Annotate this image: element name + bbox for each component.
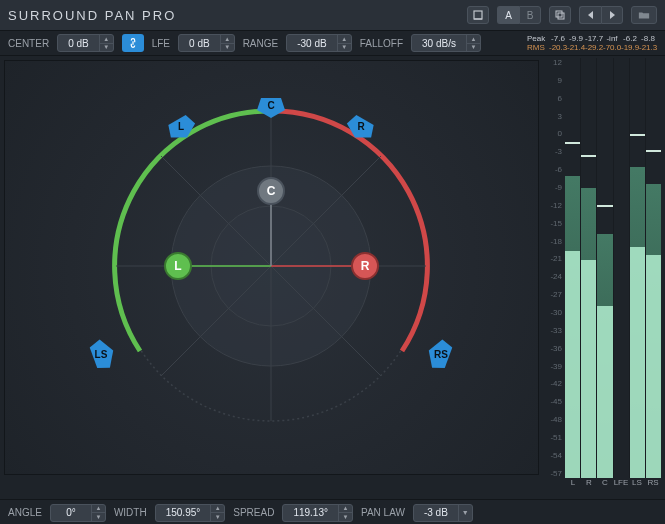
rms-value: -70.0	[603, 43, 621, 52]
peak-value: -17.7	[585, 34, 603, 43]
falloff-spinner[interactable]: 30 dB/s ▲▼	[411, 34, 481, 52]
range-down[interactable]: ▼	[338, 44, 351, 52]
rms-label: RMS	[527, 43, 549, 52]
chevron-down-icon: ▼	[458, 505, 472, 521]
scale-tick: -21	[543, 254, 562, 263]
center-down[interactable]: ▼	[100, 44, 113, 52]
peak-value: -6.2	[621, 34, 639, 43]
prev-preset-button[interactable]	[579, 6, 601, 24]
level-meters: 129630-3-6-9-12-15-18-21-24-27-30-33-36-…	[543, 56, 665, 499]
range-label: RANGE	[243, 38, 279, 49]
ab-compare-group: A B	[497, 6, 541, 24]
falloff-down[interactable]: ▼	[467, 44, 480, 52]
svg-text:C: C	[267, 184, 276, 198]
plugin-title: SURROUND PAN PRO	[8, 8, 459, 23]
panlaw-label: PAN LAW	[361, 507, 405, 518]
rms-value: -19.9	[621, 43, 639, 52]
falloff-label: FALLOFF	[360, 38, 403, 49]
meter-label-l: L	[565, 478, 581, 490]
panlaw-dropdown[interactable]: -3 dB ▼	[413, 504, 473, 522]
range-up[interactable]: ▲	[338, 35, 351, 44]
spread-spinner[interactable]: 119.13° ▲▼	[282, 504, 353, 522]
width-label: WIDTH	[114, 507, 147, 518]
angle-label: ANGLE	[8, 507, 42, 518]
meter-bar-ls	[630, 58, 645, 478]
peak-label: Peak	[527, 34, 549, 43]
rms-value: -21.4	[567, 43, 585, 52]
pan-node-l[interactable]: L	[165, 253, 191, 279]
scale-tick: -39	[543, 362, 562, 371]
meter-label-lfe: LFE	[613, 478, 629, 490]
svg-text:RS: RS	[434, 349, 448, 360]
pan-node-r[interactable]: R	[352, 253, 378, 279]
lfe-label: LFE	[152, 38, 170, 49]
peak-value: -inf	[603, 34, 621, 43]
pan-surface[interactable]: C L R C L	[4, 60, 539, 475]
scale-tick: -51	[543, 433, 562, 442]
meter-bar-l	[565, 58, 580, 478]
lfe-down[interactable]: ▼	[221, 44, 234, 52]
rms-value: -21.3	[639, 43, 657, 52]
range-spinner[interactable]: -30 dB ▲▼	[286, 34, 351, 52]
svg-text:R: R	[357, 121, 365, 132]
scale-tick: -57	[543, 469, 562, 478]
scale-tick: -18	[543, 237, 562, 246]
scale-tick: 9	[543, 76, 562, 85]
peak-value: -8.8	[639, 34, 657, 43]
meter-bar-rs	[646, 58, 661, 478]
svg-text:C: C	[267, 100, 274, 111]
ab-a-button[interactable]: A	[497, 6, 519, 24]
scale-tick: -36	[543, 344, 562, 353]
width-spinner[interactable]: 150.95° ▲▼	[155, 504, 226, 522]
svg-rect-0	[474, 11, 482, 19]
center-spinner[interactable]: 0 dB ▲▼	[57, 34, 114, 52]
ab-b-button[interactable]: B	[519, 6, 541, 24]
scale-tick: 3	[543, 112, 562, 121]
scale-tick: -15	[543, 219, 562, 228]
meter-label-r: R	[581, 478, 597, 490]
next-preset-button[interactable]	[601, 6, 623, 24]
falloff-up[interactable]: ▲	[467, 35, 480, 44]
scale-tick: -42	[543, 379, 562, 388]
meter-label-rs: RS	[645, 478, 661, 490]
scale-tick: -27	[543, 290, 562, 299]
speaker-c[interactable]: C	[257, 98, 285, 118]
lfe-spinner[interactable]: 0 dB ▲▼	[178, 34, 235, 52]
bottom-params-row: ANGLE 0° ▲▼ WIDTH 150.95° ▲▼ SPREAD 119.…	[0, 499, 665, 524]
svg-text:R: R	[361, 259, 370, 273]
peak-value: -7.6	[549, 34, 567, 43]
meter-label-c: C	[597, 478, 613, 490]
meter-scale: 129630-3-6-9-12-15-18-21-24-27-30-33-36-…	[543, 58, 565, 478]
bypass-button[interactable]	[467, 6, 489, 24]
scale-tick: -45	[543, 397, 562, 406]
pan-node-c[interactable]: C	[258, 178, 284, 204]
speaker-ls[interactable]: LS	[88, 336, 118, 371]
meter-channel-labels: LRCLFELSRS	[543, 478, 661, 490]
svg-rect-2	[556, 11, 562, 17]
preset-folder-button[interactable]	[631, 6, 657, 24]
angle-spinner[interactable]: 0° ▲▼	[50, 504, 106, 522]
scale-tick: -54	[543, 451, 562, 460]
rms-value: -20.3	[549, 43, 567, 52]
meter-bar-r	[581, 58, 596, 478]
header-bar: SURROUND PAN PRO A B	[0, 0, 665, 30]
scale-tick: -48	[543, 415, 562, 424]
link-button[interactable]	[122, 34, 144, 52]
svg-rect-3	[558, 13, 564, 19]
scale-tick: 12	[543, 58, 562, 67]
copy-ab-button[interactable]	[549, 6, 571, 24]
meter-bar-lfe	[614, 58, 629, 478]
scale-tick: 6	[543, 94, 562, 103]
peak-value: -9.9	[567, 34, 585, 43]
speaker-rs[interactable]: RS	[424, 336, 454, 372]
meter-label-ls: LS	[629, 478, 645, 490]
scale-tick: -3	[543, 147, 562, 156]
center-label: CENTER	[8, 38, 49, 49]
preset-nav-group	[579, 6, 623, 24]
center-up[interactable]: ▲	[100, 35, 113, 44]
rms-value: -29.2	[585, 43, 603, 52]
scale-tick: -6	[543, 165, 562, 174]
spread-label: SPREAD	[233, 507, 274, 518]
scale-tick: -12	[543, 201, 562, 210]
lfe-up[interactable]: ▲	[221, 35, 234, 44]
